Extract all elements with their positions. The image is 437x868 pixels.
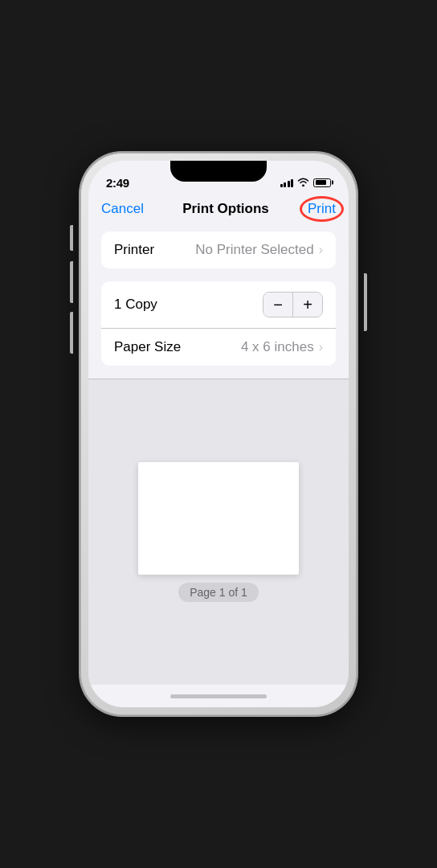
print-button[interactable]: Print xyxy=(308,201,336,216)
home-indicator xyxy=(88,685,349,707)
increment-button[interactable]: + xyxy=(293,293,322,317)
page-title: Print Options xyxy=(182,201,269,217)
paper-size-chevron-icon: › xyxy=(319,340,323,354)
battery-icon xyxy=(313,178,331,187)
paper-size-row[interactable]: Paper Size 4 x 6 inches › xyxy=(101,328,336,366)
paper-size-label: Paper Size xyxy=(114,339,181,355)
cancel-button[interactable]: Cancel xyxy=(101,201,144,217)
printer-label: Printer xyxy=(114,242,154,258)
printer-chevron-icon: › xyxy=(319,243,323,257)
preview-area: Page 1 of 1 xyxy=(88,379,349,685)
volume-up-button xyxy=(70,261,73,303)
print-button-wrapper: Print xyxy=(308,201,336,217)
phone-frame: 2:49 xyxy=(80,153,357,715)
volume-down-button xyxy=(70,312,73,354)
nav-bar: Cancel Print Options Print xyxy=(88,196,349,225)
wifi-icon xyxy=(297,178,309,188)
power-button xyxy=(364,273,367,331)
copy-paper-section: 1 Copy − + Paper Size 4 x 6 inches › xyxy=(101,281,336,366)
signal-bar-2 xyxy=(284,182,286,187)
preview-page xyxy=(138,462,299,575)
printer-section: Printer No Printer Selected › xyxy=(101,231,336,268)
printer-value: No Printer Selected › xyxy=(195,242,323,258)
home-bar xyxy=(170,694,267,698)
phone-screen: 2:49 xyxy=(88,161,349,707)
decrement-button[interactable]: − xyxy=(263,293,292,317)
battery-fill xyxy=(316,180,327,185)
copy-row: 1 Copy − + xyxy=(101,281,336,328)
signal-bar-1 xyxy=(280,184,283,187)
status-time: 2:49 xyxy=(106,176,129,190)
copy-stepper: − + xyxy=(263,292,323,317)
signal-bars-icon xyxy=(280,178,294,187)
mute-button xyxy=(70,225,73,251)
page-counter: Page 1 of 1 xyxy=(178,583,259,602)
printer-row[interactable]: Printer No Printer Selected › xyxy=(101,231,336,268)
notch xyxy=(170,161,267,182)
signal-bar-3 xyxy=(288,181,290,187)
copy-label: 1 Copy xyxy=(114,297,157,313)
signal-bar-4 xyxy=(291,179,293,187)
paper-size-value: 4 x 6 inches › xyxy=(241,339,323,355)
status-icons xyxy=(280,178,332,188)
screen-content: 2:49 xyxy=(88,161,349,707)
